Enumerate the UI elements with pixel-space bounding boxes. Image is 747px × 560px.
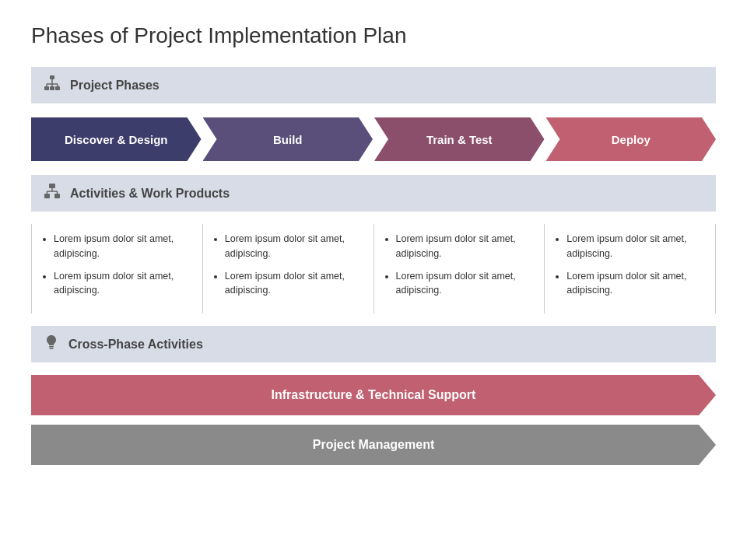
- list-item: Lorem ipsum dolor sit amet, adipiscing.: [54, 269, 191, 299]
- svg-rect-9: [49, 184, 55, 188]
- list-item: Lorem ipsum dolor sit amet, adipiscing.: [54, 232, 191, 261]
- svg-rect-10: [44, 194, 50, 198]
- activities-label: Activities & Work Products: [70, 187, 230, 201]
- list-item: Lorem ipsum dolor sit amet, adipiscing.: [566, 232, 704, 261]
- phase-build: Build: [203, 117, 374, 161]
- svg-rect-1: [44, 86, 49, 90]
- phase-train-test: Train & Test: [374, 117, 545, 161]
- lightbulb-icon: [44, 334, 59, 355]
- list-item: Lorem ipsum dolor sit amet, adipiscing.: [396, 269, 534, 299]
- activity-col-2: Lorem ipsum dolor sit amet, adipiscing. …: [203, 224, 374, 313]
- cross-phase-bars: Infrastructure & Technical Support Proje…: [31, 375, 716, 465]
- svg-rect-3: [55, 86, 60, 90]
- list-item: Lorem ipsum dolor sit amet, adipiscing.: [225, 269, 363, 299]
- svg-rect-11: [54, 194, 60, 198]
- project-phases-header: Project Phases: [31, 67, 716, 103]
- list-item: Lorem ipsum dolor sit amet, adipiscing.: [566, 269, 704, 299]
- phases-row: Discover & Design Build Train & Test Dep…: [31, 117, 716, 161]
- phase-discover-design: Discover & Design: [31, 117, 202, 161]
- svg-rect-2: [50, 86, 54, 90]
- activity-col-4: Lorem ipsum dolor sit amet, adipiscing. …: [545, 224, 716, 313]
- activities-section: Activities & Work Products Lorem ipsum d…: [31, 175, 716, 313]
- project-phases-label: Project Phases: [70, 79, 160, 93]
- activity-col-1: Lorem ipsum dolor sit amet, adipiscing. …: [32, 224, 203, 313]
- svg-rect-17: [50, 348, 54, 350]
- list-item: Lorem ipsum dolor sit amet, adipiscing.: [396, 232, 534, 261]
- svg-rect-16: [49, 346, 54, 348]
- project-management-bar: Project Management: [31, 425, 716, 465]
- activities-header: Activities & Work Products: [31, 175, 716, 212]
- cross-phase-header: Cross-Phase Activities: [31, 326, 716, 362]
- activity-col-3: Lorem ipsum dolor sit amet, adipiscing. …: [374, 224, 545, 313]
- hierarchy-icon: [44, 75, 61, 96]
- activities-icon: [44, 183, 61, 204]
- cross-phase-section: Cross-Phase Activities Infrastructure & …: [31, 326, 716, 465]
- activities-grid: Lorem ipsum dolor sit amet, adipiscing. …: [31, 224, 716, 313]
- project-phases-section: Project Phases Discover & Design Build T…: [31, 67, 716, 161]
- infrastructure-bar: Infrastructure & Technical Support: [31, 375, 716, 415]
- list-item: Lorem ipsum dolor sit amet, adipiscing.: [225, 232, 363, 261]
- page-title: Phases of Project Implementation Plan: [31, 23, 716, 48]
- cross-phase-label: Cross-Phase Activities: [68, 338, 203, 352]
- phase-deploy: Deploy: [546, 117, 717, 161]
- svg-rect-0: [50, 75, 54, 79]
